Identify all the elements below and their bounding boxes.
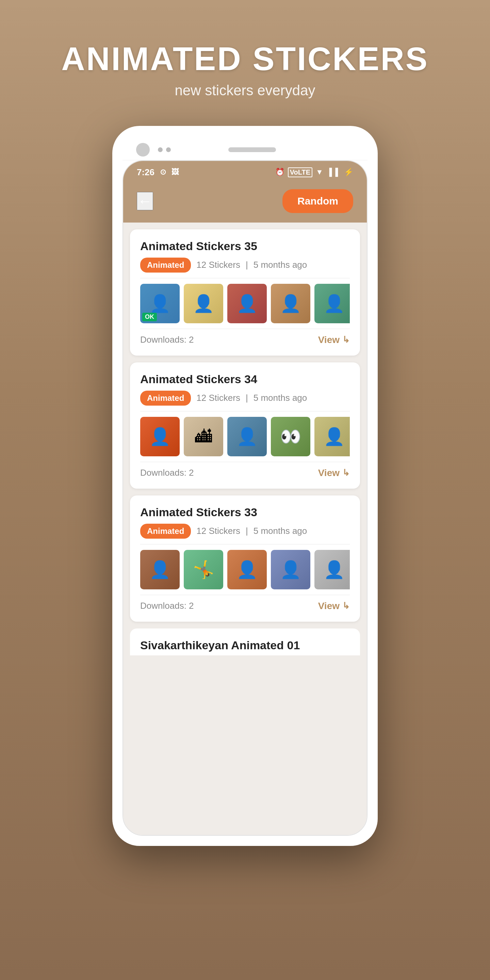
thumbnail-34-1[interactable]: 👤 bbox=[140, 417, 180, 456]
card-header-35: Animated Stickers 35 Animated 12 Sticker… bbox=[140, 240, 350, 272]
card-header-34: Animated Stickers 34 Animated 12 Sticker… bbox=[140, 372, 350, 406]
phone-speaker bbox=[228, 147, 276, 152]
divider-35b bbox=[140, 329, 350, 329]
sticker-count-34: 12 Stickers bbox=[196, 393, 240, 403]
animated-badge-35: Animated bbox=[140, 258, 191, 272]
face-33-4: 👤 bbox=[271, 550, 310, 589]
divider-33 bbox=[140, 544, 350, 544]
view-arrow-34: ↳ bbox=[342, 468, 350, 478]
face-35-3: 👤 bbox=[227, 284, 267, 323]
thumbnail-35-4[interactable]: 👤 bbox=[271, 284, 310, 323]
thumbnail-33-3[interactable]: 👤 bbox=[227, 550, 267, 589]
signal-icon: ▐ bbox=[327, 168, 332, 177]
phone-camera bbox=[136, 143, 150, 156]
page-subtitle: new stickers everyday bbox=[61, 82, 429, 99]
card-meta-33: Animated 12 Stickers | 5 months ago bbox=[140, 524, 350, 539]
phone-dot-2 bbox=[166, 147, 171, 152]
ok-label-35: OK bbox=[142, 313, 157, 321]
divider-34 bbox=[140, 411, 350, 411]
thumbnail-33-4[interactable]: 👤 bbox=[271, 550, 310, 589]
status-bar: 7:26 ⊙ 🖼 ⏰ VoLTE ▼ ▐ ▌ ⚡ bbox=[123, 161, 367, 182]
phone-screen: 7:26 ⊙ 🖼 ⏰ VoLTE ▼ ▐ ▌ ⚡ ← Random An bbox=[123, 160, 368, 836]
thumbnail-33-5[interactable]: 👤 bbox=[314, 550, 350, 589]
thumbnail-34-4[interactable]: 👀 bbox=[271, 417, 310, 456]
thumbnails-33: 👤 🤸 👤 👤 👤 bbox=[140, 550, 350, 589]
partial-card: Sivakarthikeyan Animated 01 bbox=[130, 628, 360, 655]
signal2-icon: ▌ bbox=[335, 168, 340, 177]
clock-icon: ⊙ bbox=[160, 168, 166, 177]
divider-35 bbox=[140, 278, 350, 278]
face-33-5: 👤 bbox=[314, 550, 350, 589]
face-35-5: 👤 bbox=[314, 284, 350, 323]
face-34-2: 🏙 bbox=[184, 417, 223, 456]
thumbnails-35: 👤 OK 👤 👤 👤 👤 bbox=[140, 284, 350, 323]
partial-title: Sivakarthikeyan Animated 01 bbox=[140, 639, 350, 652]
view-arrow-33: ↳ bbox=[342, 601, 350, 611]
sticker-card-34: Animated Stickers 34 Animated 12 Sticker… bbox=[130, 363, 360, 488]
thumbnail-34-5[interactable]: 👤 bbox=[314, 417, 350, 456]
card-meta-35: Animated 12 Stickers | 5 months ago bbox=[140, 258, 350, 272]
time-ago-33: 5 months ago bbox=[253, 526, 307, 536]
thumbnail-34-3[interactable]: 👤 bbox=[227, 417, 267, 456]
separator-34: | bbox=[246, 393, 248, 403]
view-link-35[interactable]: View ↳ bbox=[318, 334, 350, 345]
downloads-33: Downloads: 2 bbox=[140, 601, 194, 611]
thumbnail-34-2[interactable]: 🏙 bbox=[184, 417, 223, 456]
face-33-2: 🤸 bbox=[184, 550, 223, 589]
thumbnail-33-2[interactable]: 🤸 bbox=[184, 550, 223, 589]
sticker-count-33: 12 Stickers bbox=[196, 526, 240, 536]
status-right: ⏰ VoLTE ▼ ▐ ▌ ⚡ bbox=[275, 167, 353, 177]
face-33-1: 👤 bbox=[140, 550, 180, 589]
status-time: 7:26 bbox=[137, 167, 154, 178]
divider-34b bbox=[140, 462, 350, 462]
random-button[interactable]: Random bbox=[282, 189, 353, 213]
card-title-33: Animated Stickers 33 bbox=[140, 506, 350, 519]
status-left: 7:26 ⊙ 🖼 bbox=[137, 167, 179, 178]
wifi-icon: ▼ bbox=[316, 168, 323, 177]
card-header-33: Animated Stickers 33 Animated 12 Sticker… bbox=[140, 506, 350, 539]
time-ago-34: 5 months ago bbox=[253, 393, 307, 403]
thumbnail-35-1[interactable]: 👤 OK bbox=[140, 284, 180, 323]
animated-badge-34: Animated bbox=[140, 391, 191, 406]
card-title-35: Animated Stickers 35 bbox=[140, 240, 350, 253]
thumbnail-35-5[interactable]: 👤 bbox=[314, 284, 350, 323]
card-footer-33: Downloads: 2 View ↳ bbox=[140, 601, 350, 611]
sticker-card-33: Animated Stickers 33 Animated 12 Sticker… bbox=[130, 495, 360, 622]
downloads-34: Downloads: 2 bbox=[140, 468, 194, 478]
thumbnail-35-3[interactable]: 👤 bbox=[227, 284, 267, 323]
view-link-33[interactable]: View ↳ bbox=[318, 601, 350, 611]
view-label-33: View bbox=[318, 601, 340, 611]
face-35-4: 👤 bbox=[271, 284, 310, 323]
app-nav: ← Random bbox=[123, 182, 367, 223]
view-link-34[interactable]: View ↳ bbox=[318, 468, 350, 479]
alarm-icon: ⏰ bbox=[275, 168, 285, 177]
face-34-5: 👤 bbox=[314, 417, 350, 456]
image-icon: 🖼 bbox=[172, 168, 179, 177]
battery-icon: ⚡ bbox=[344, 168, 353, 177]
back-button[interactable]: ← bbox=[137, 192, 153, 210]
phone-dots bbox=[158, 147, 171, 152]
thumbnail-33-1[interactable]: 👤 bbox=[140, 550, 180, 589]
face-35-2: 👤 bbox=[184, 284, 223, 323]
app-content: Animated Stickers 35 Animated 12 Sticker… bbox=[123, 223, 367, 835]
thumbnail-35-2[interactable]: 👤 bbox=[184, 284, 223, 323]
view-arrow-35: ↳ bbox=[342, 334, 350, 345]
phone-mockup: 7:26 ⊙ 🖼 ⏰ VoLTE ▼ ▐ ▌ ⚡ ← Random An bbox=[112, 126, 378, 846]
separator-35: | bbox=[246, 259, 248, 270]
phone-dot-1 bbox=[158, 147, 163, 152]
divider-33b bbox=[140, 595, 350, 595]
downloads-35: Downloads: 2 bbox=[140, 334, 194, 345]
time-ago-35: 5 months ago bbox=[253, 259, 307, 270]
sticker-card-35: Animated Stickers 35 Animated 12 Sticker… bbox=[130, 229, 360, 356]
face-34-3: 👤 bbox=[227, 417, 267, 456]
face-33-3: 👤 bbox=[227, 550, 267, 589]
page-title: ANIMATED STICKERS bbox=[61, 41, 429, 77]
face-34-4: 👀 bbox=[271, 417, 310, 456]
view-label-35: View bbox=[318, 334, 340, 345]
phone-top-buttons bbox=[136, 143, 171, 156]
separator-33: | bbox=[246, 526, 248, 536]
view-label-34: View bbox=[318, 468, 340, 479]
card-title-34: Animated Stickers 34 bbox=[140, 372, 350, 386]
page-header: ANIMATED STICKERS new stickers everyday bbox=[61, 0, 429, 126]
thumbnails-34: 👤 🏙 👤 👀 👤 bbox=[140, 417, 350, 456]
